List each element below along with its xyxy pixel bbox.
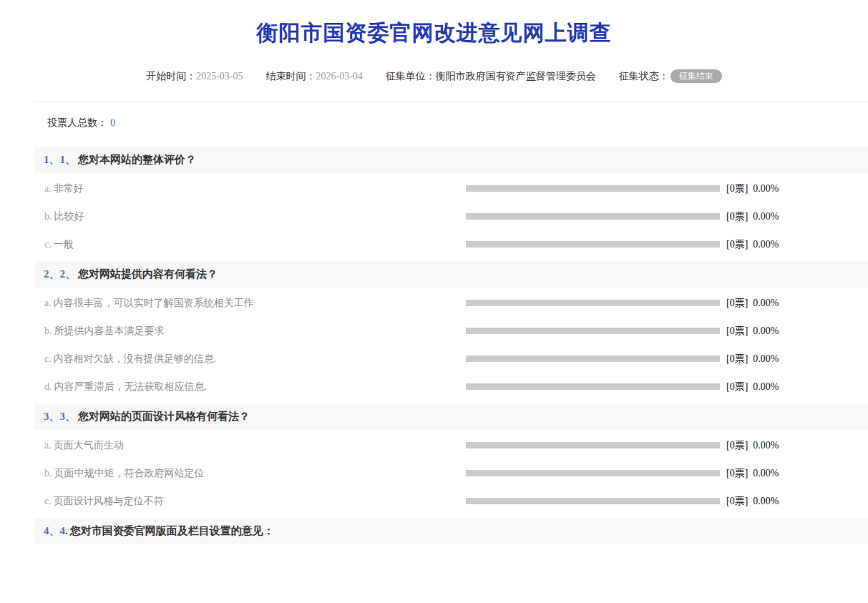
survey-meta-row: 开始时间： 2025-03-05 结束时间： 2026-03-04 征集单位： … [0, 69, 868, 83]
option-percent: 0.00% [753, 298, 779, 309]
question-title: 您对网站的页面设计风格有何看法？ [78, 410, 250, 423]
vote-bar-track [466, 241, 720, 247]
option-letter: b. [44, 211, 52, 222]
question-header: 4、4. 您对市国资委官网版面及栏目设置的意见： [34, 518, 868, 544]
question-title: 您对市国资委官网版面及栏目设置的意见： [70, 524, 274, 538]
option-percent: 0.00% [753, 325, 779, 337]
question-block: 1、1、 您对本网站的整体评价？ a.非常好 [0票] 0.00% b.比较好 … [34, 147, 868, 258]
option-row: a.内容很丰富，可以实时了解国资系统相关工作 [0票] 0.00% [34, 289, 868, 317]
option-letter: c. [44, 239, 52, 250]
option-percent: 0.00% [753, 353, 779, 365]
option-label: b.比较好 [44, 210, 466, 223]
total-voters-value: 0 [110, 117, 115, 128]
option-row: c.内容相对欠缺，没有提供足够的信息. [0票] 0.00% [34, 345, 868, 373]
option-text: 比较好 [54, 211, 84, 222]
option-letter: b. [44, 325, 52, 336]
question-header: 2、2、 您对网站提供内容有何看法？ [34, 261, 868, 288]
question-number: 3、3、 [44, 410, 76, 423]
option-label: c.内容相对欠缺，没有提供足够的信息. [44, 353, 466, 366]
option-percent: 0.00% [753, 381, 779, 393]
question-options: a.非常好 [0票] 0.00% b.比较好 [0票] 0.00% c.一般 [… [34, 173, 868, 258]
question-header: 3、3、 您对网站的页面设计风格有何看法？ [34, 403, 868, 430]
question-number: 4、4. [44, 524, 68, 538]
option-percent: 0.00% [753, 183, 779, 195]
option-text: 页面大气而生动 [54, 440, 124, 451]
option-text: 页面中规中矩，符合政府网站定位 [54, 468, 205, 479]
option-row: a.页面大气而生动 [0票] 0.00% [34, 431, 868, 459]
question-block: 4、4. 您对市国资委官网版面及栏目设置的意见： [34, 518, 868, 544]
option-text: 内容相对欠缺，没有提供足够的信息. [54, 353, 217, 364]
end-time-value: 2026-03-04 [316, 71, 363, 82]
option-label: a.内容很丰富，可以实时了解国资系统相关工作 [44, 297, 466, 310]
vote-bar-track [466, 356, 720, 362]
question-list: 1、1、 您对本网站的整体评价？ a.非常好 [0票] 0.00% b.比较好 … [34, 147, 868, 544]
option-label: c.一般 [44, 238, 466, 251]
vote-bar-track [466, 300, 720, 306]
survey-results-panel: 投票人总数：0 1、1、 您对本网站的整体评价？ a.非常好 [0票] 0.00… [34, 102, 868, 544]
option-label: b.所提供内容基本满足要求 [44, 325, 466, 338]
question-options: a.内容很丰富，可以实时了解国资系统相关工作 [0票] 0.00% b.所提供内… [34, 288, 868, 401]
option-percent: 0.00% [753, 211, 779, 222]
vote-bar-track [466, 383, 720, 390]
option-vote-count: [0票] [726, 297, 748, 310]
question-header: 1、1、 您对本网站的整体评价？ [34, 147, 868, 173]
option-letter: a. [44, 298, 52, 308]
option-vote-count: [0票] [726, 467, 748, 480]
collecting-unit-value: 衡阳市政府国有资产监督管理委员会 [436, 70, 596, 83]
start-time-label: 开始时间： [146, 70, 196, 83]
option-letter: c. [44, 353, 52, 364]
option-vote-count: [0票] [726, 381, 748, 393]
status-badge: 征集结束 [670, 69, 722, 83]
total-voters-label: 投票人总数： [47, 117, 107, 128]
option-letter: a. [44, 183, 52, 194]
option-vote-count: [0票] [726, 439, 748, 452]
option-vote-count: [0票] [726, 182, 748, 195]
vote-bar-track [466, 442, 720, 448]
option-row: b.比较好 [0票] 0.00% [34, 202, 868, 230]
vote-bar-track [466, 213, 720, 220]
option-text: 内容很丰富，可以实时了解国资系统相关工作 [54, 298, 254, 308]
page-title: 衡阳市国资委官网改进意见网上调查 [0, 19, 868, 48]
meta-collection-status: 征集状态： 征集结束 [619, 69, 722, 83]
option-text: 内容严重滞后，无法获取相应信息. [54, 381, 208, 392]
option-row: a.非常好 [0票] 0.00% [34, 175, 868, 202]
option-row: d.内容严重滞后，无法获取相应信息. [0票] 0.00% [34, 373, 868, 401]
vote-bar-track [466, 498, 720, 504]
vote-bar-track [466, 470, 720, 476]
option-label: d.内容严重滞后，无法获取相应信息. [44, 381, 466, 393]
question-options: a.页面大气而生动 [0票] 0.00% b.页面中规中矩，符合政府网站定位 [… [34, 430, 868, 515]
meta-end-time: 结束时间： 2026-03-04 [266, 70, 363, 83]
total-voters-row: 投票人总数：0 [34, 102, 868, 144]
option-vote-count: [0票] [726, 353, 748, 366]
option-percent: 0.00% [753, 496, 779, 507]
collecting-unit-label: 征集单位： [386, 70, 436, 83]
option-percent: 0.00% [753, 239, 779, 250]
meta-collecting-unit: 征集单位： 衡阳市政府国有资产监督管理委员会 [386, 70, 596, 83]
option-letter: d. [44, 381, 52, 392]
question-block: 3、3、 您对网站的页面设计风格有何看法？ a.页面大气而生动 [0票] 0.0… [34, 403, 868, 515]
question-title: 您对网站提供内容有何看法？ [78, 268, 218, 281]
collection-status-label: 征集状态： [619, 70, 669, 83]
option-text: 所提供内容基本满足要求 [54, 325, 165, 336]
question-number: 1、1、 [44, 153, 76, 167]
option-percent: 0.00% [753, 468, 779, 479]
option-vote-count: [0票] [726, 238, 748, 251]
meta-start-time: 开始时间： 2025-03-05 [146, 70, 243, 83]
option-row: c.页面设计风格与定位不符 [0票] 0.00% [34, 487, 868, 515]
question-title: 您对本网站的整体评价？ [78, 153, 196, 167]
option-letter: c. [44, 496, 52, 506]
option-vote-count: [0票] [726, 325, 748, 338]
question-number: 2、2、 [44, 268, 76, 281]
start-time-value: 2025-03-05 [196, 71, 243, 82]
option-row: c.一般 [0票] 0.00% [34, 230, 868, 258]
option-text: 非常好 [54, 183, 84, 194]
question-block: 2、2、 您对网站提供内容有何看法？ a.内容很丰富，可以实时了解国资系统相关工… [34, 261, 868, 401]
vote-bar-track [466, 328, 720, 334]
vote-bar-track [466, 185, 720, 192]
option-row: b.所提供内容基本满足要求 [0票] 0.00% [34, 317, 868, 345]
option-text: 一般 [54, 239, 74, 250]
option-letter: a. [44, 440, 52, 451]
option-text: 页面设计风格与定位不符 [54, 496, 164, 506]
option-row: b.页面中规中矩，符合政府网站定位 [0票] 0.00% [34, 459, 868, 487]
option-vote-count: [0票] [726, 210, 748, 223]
